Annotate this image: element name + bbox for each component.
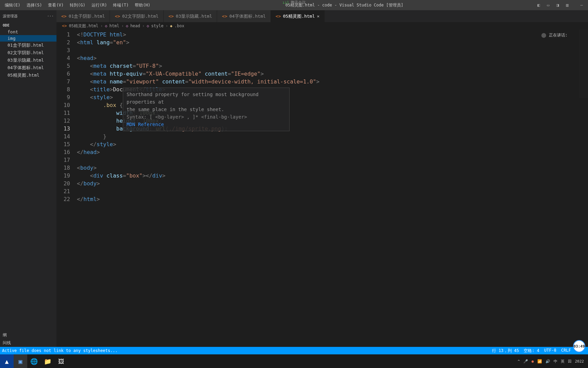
folder-section[interactable]: ODE [0, 22, 56, 29]
bc-item[interactable]: head [130, 24, 140, 28]
hover-text: Shorthand property for setting most back… [127, 91, 286, 106]
tab-4[interactable]: <>04字体图标.html [217, 10, 271, 22]
tag-icon: ◇ [126, 24, 128, 28]
tray-ime[interactable]: 英 [561, 359, 565, 364]
status-ln-col[interactable]: 行 13，列 45 [492, 348, 519, 354]
sidebar-item-file1[interactable]: 01盒子阴影.html [0, 42, 56, 49]
menu-bar[interactable]: 编辑(E) 选择(S) 查看(V) 转到(G) 运行(R) 终端(T) 帮助(H… [0, 1, 153, 10]
tab-2[interactable]: <>02文字阴影.html [110, 10, 163, 22]
code-body[interactable]: <!DOCTYPE html><html lang="en"><head> <m… [77, 30, 588, 347]
tray-date[interactable]: 2022 [575, 359, 584, 364]
hover-tooltip: Shorthand property for setting most back… [123, 88, 290, 131]
tray-grid[interactable]: 田 [568, 359, 572, 364]
speaking-label: 正在讲话: [549, 32, 568, 38]
tab-5[interactable]: <>05精灵图.html× [271, 10, 325, 22]
tabs-row: <>01盒子阴影.html <>02文字阴影.html <>03显示隐藏.htm… [56, 10, 588, 22]
html-icon: <> [168, 14, 174, 19]
minimap[interactable] [579, 30, 588, 98]
tray-lang[interactable]: 中 [554, 359, 557, 364]
bc-item[interactable]: 05精灵图.html [69, 23, 98, 29]
status-bar[interactable]: Active file does not link to any stylesh… [0, 347, 588, 354]
panel-right-icon[interactable]: ◨ [555, 3, 561, 7]
sidebar-item-font[interactable]: font [0, 29, 56, 35]
tab-3[interactable]: <>03显示隐藏.html [164, 10, 217, 22]
chevron-right-icon: › [142, 24, 145, 28]
taskbar-app-chrome[interactable]: 🌐 [27, 354, 41, 368]
signal-icon: ııl [282, 0, 289, 5]
menu-terminal[interactable]: 终端(T) [110, 1, 131, 10]
sidebar-item-file4[interactable]: 04字体图标.html [0, 64, 56, 72]
line-gutter: 12345678910111213141516171819202122 [56, 30, 77, 347]
tab-label: 04字体图标.html [229, 13, 266, 19]
taskbar[interactable]: ▲ ▣ 🌐 📁 🖼 ^ 🎤 ● 📶 🔊 中 英 田 2022 [0, 354, 588, 368]
meeting-label: 腾讯会议 [291, 0, 306, 5]
outline-section[interactable]: 纲 [0, 331, 56, 339]
tray-mic-icon[interactable]: 🎤 [523, 359, 528, 364]
menu-view[interactable]: 查看(V) [45, 1, 66, 10]
tag-icon: ◇ [147, 24, 149, 28]
status-eol[interactable]: CRLF [561, 348, 571, 354]
class-icon: ◆ [170, 24, 173, 28]
sidebar-item-file5[interactable]: 05精灵图.html [0, 72, 56, 79]
bc-item[interactable]: .box [175, 24, 184, 28]
html-icon: <> [62, 24, 67, 28]
code-editor[interactable]: 12345678910111213141516171819202122 <!DO… [56, 30, 588, 347]
sidebar: 源管理器 ··· ODE font img 01盒子阴影.html 02文字阴影… [0, 10, 56, 347]
layout-icon[interactable]: ▥ [564, 3, 570, 7]
tab-label: 03显示隐藏.html [176, 13, 212, 19]
layout-controls[interactable]: ◧ ▭ ◨ ▥ — [536, 3, 588, 7]
taskbar-app-meeting[interactable]: ▲ [0, 354, 14, 368]
menu-select[interactable]: 选择(S) [24, 1, 45, 10]
tray-chevron-icon[interactable]: ^ [518, 359, 520, 364]
bc-item[interactable]: style [151, 24, 163, 28]
html-icon: <> [115, 14, 120, 19]
html-icon: <> [222, 14, 227, 19]
explorer-title: 源管理器 [3, 14, 18, 19]
tab-1[interactable]: <>01盒子阴影.html [56, 10, 110, 22]
tag-icon: ◇ [105, 24, 107, 28]
menu-run[interactable]: 运行(R) [89, 1, 110, 10]
taskbar-app-photos[interactable]: 🖼 [54, 354, 68, 368]
close-icon[interactable]: × [317, 14, 320, 19]
minimize-icon[interactable]: — [578, 3, 585, 7]
html-icon: <> [276, 14, 281, 19]
panel-bottom-icon[interactable]: ▭ [545, 3, 551, 7]
status-spaces[interactable]: 空格: 4 [524, 348, 539, 354]
meeting-overlay: ııl 腾讯会议 [282, 0, 306, 5]
meeting-timer[interactable]: 03:49 [573, 340, 585, 352]
hover-syntax: Syntax: [ <bg-layer> , ]* <final-bg-laye… [127, 113, 286, 121]
taskbar-app-explorer[interactable]: 📁 [41, 354, 54, 368]
menu-go[interactable]: 转到(G) [67, 1, 88, 10]
speaking-indicator: 正在讲话: [541, 32, 568, 38]
tab-label: 02文字阴影.html [122, 13, 159, 19]
sidebar-item-img[interactable]: img [0, 35, 56, 42]
sidebar-item-file2[interactable]: 02文字阴影.html [0, 49, 56, 57]
tab-label: 05精灵图.html [283, 13, 315, 19]
hover-link[interactable]: MDN Reference [127, 121, 286, 128]
panel-left-icon[interactable]: ◧ [536, 3, 542, 7]
tray-user-icon[interactable]: ● [532, 359, 534, 364]
tab-label: 01盒子阴影.html [69, 13, 105, 19]
timeline-section[interactable]: 问线 [0, 339, 56, 347]
chevron-right-icon: › [121, 24, 124, 28]
hover-text: the same place in the style sheet. [127, 106, 286, 113]
taskbar-app-window[interactable]: ▣ [14, 354, 27, 368]
sidebar-item-file3[interactable]: 03显示隐藏.html [0, 57, 56, 64]
tray-network-icon[interactable]: 📶 [537, 359, 542, 364]
status-encoding[interactable]: UTF-8 [544, 348, 556, 354]
mic-icon [541, 33, 546, 38]
bc-item[interactable]: html [110, 24, 119, 28]
more-icon[interactable]: ··· [47, 14, 54, 18]
chevron-right-icon: › [165, 24, 168, 28]
menu-edit[interactable]: 编辑(E) [2, 1, 23, 10]
window-title: 05精灵图.html - code - Visual Studio Code [… [153, 2, 536, 8]
menu-help[interactable]: 帮助(H) [132, 1, 153, 10]
html-icon: <> [61, 14, 67, 19]
chevron-right-icon: › [100, 24, 103, 28]
breadcrumb[interactable]: <>05精灵图.html › ◇html › ◇head › ◇style › … [56, 22, 588, 30]
status-message[interactable]: Active file does not link to any stylesh… [0, 348, 118, 353]
tray-volume-icon[interactable]: 🔊 [545, 359, 550, 364]
